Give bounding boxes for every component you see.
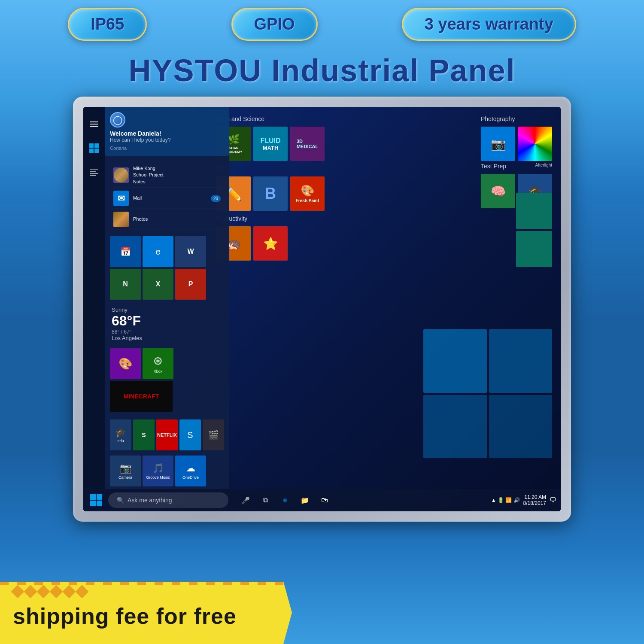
fresh-paint-tile[interactable]: 🎨 Fresh Paint [290, 176, 325, 211]
taskbar-center-icons: 🎤 ⧉ e 📁 🛍 [237, 492, 333, 509]
taskbar: 🔍 Ask me anything 🎤 ⧉ e 📁 🛍 ▲ 🔋 📶 🔊 11:2… [83, 489, 561, 511]
bottom-apps2: 📷 Camera 🎵 Groove Music ☁ OneDrive [105, 453, 229, 489]
taskbar-time: 11:20 AM 8/18/2017 [523, 494, 546, 506]
more-apps: 🎨 ⊛Xbox MINECRAFT [105, 346, 229, 414]
cortana-icon: ◯ [110, 112, 125, 128]
windows-screen: ◯ Welcome Daniela! How can I help you to… [83, 107, 561, 511]
recent-item-mail[interactable]: ✉ Mail 20 [112, 188, 222, 209]
taskbar-right: ▲ 🔋 📶 🔊 11:20 AM 8/18/2017 🗨 [491, 494, 556, 506]
netflix-tile[interactable]: NETFLIX [156, 419, 178, 450]
bottom-apps: 🎓edu S NETFLIX S 🎬 [105, 417, 229, 453]
taskbar-notification[interactable]: 🗨 [550, 496, 556, 504]
windows-logo [90, 494, 102, 506]
gpio-badge: GPIO [231, 8, 318, 41]
teal-tile2[interactable] [516, 231, 552, 267]
main-title: HYSTOU Industrial Panel [0, 53, 644, 88]
productivity-tile2[interactable]: ⭐ [253, 226, 288, 261]
photography-label: Photography [481, 115, 552, 122]
diamond-6 [75, 585, 88, 598]
welcome-sub: How can I help you today? [110, 137, 224, 143]
win-q1[interactable] [423, 329, 487, 393]
ip65-badge: IP65 [68, 8, 147, 41]
cortana-box: ◯ Welcome Daniela! How can I help you to… [105, 107, 229, 156]
onenote-tile[interactable]: N [110, 269, 141, 300]
powerpoint-tile[interactable]: P [175, 269, 206, 300]
taskbar-start-button[interactable] [88, 492, 105, 509]
taskbar-store[interactable]: 🛍 [316, 492, 333, 509]
weather-box: Sunny 68°F 88° / 67° Los Angeles [105, 302, 229, 346]
test-prep-label: Test Prep [481, 163, 552, 170]
3d-medical-tile[interactable]: 3DMEDICAL [290, 127, 325, 161]
diamond-1 [11, 585, 24, 598]
weather-temp: 68°F [112, 313, 222, 329]
excel-tile[interactable]: X [143, 269, 173, 300]
minecraft-tile[interactable]: MINECRAFT [110, 381, 173, 412]
badges-row: IP65 GPIO 3 years warranty [0, 0, 644, 49]
win-q2[interactable] [489, 329, 553, 393]
skype-tile[interactable]: S [133, 419, 155, 450]
weather-condition: Sunny [112, 307, 222, 313]
picsart-tile[interactable]: 🎨 [110, 348, 141, 379]
productivity-category: Productivity 🦔 ⭐ [216, 215, 552, 261]
mail-text: Mail [133, 195, 142, 201]
shipping-banner: shipping fee for free [0, 582, 283, 644]
diamond-2 [24, 585, 37, 598]
art-b-tile[interactable]: B [253, 176, 288, 211]
welcome-text: Welcome Daniela! [110, 130, 224, 137]
xbox-tile[interactable]: ⊛Xbox [143, 348, 173, 379]
edge-tile[interactable]: e [143, 236, 173, 267]
calendar-tile[interactable]: 📅 [110, 236, 141, 267]
weather-city: Los Angeles [112, 335, 222, 341]
diamonds-row [13, 587, 87, 596]
fluid-math-tile[interactable]: FLUID MATH [253, 127, 288, 161]
search-placeholder: Ask me anything [128, 497, 172, 504]
mike-text: Mike KongSchool ProjectNotes [133, 165, 164, 185]
sidebar-apps [83, 107, 105, 489]
recent-items: Mike KongSchool ProjectNotes ✉ Mail 20 P… [105, 159, 229, 234]
mike-icon [113, 167, 129, 183]
recent-item-mike[interactable]: Mike KongSchool ProjectNotes [112, 163, 222, 188]
word-tile[interactable]: W [175, 236, 206, 267]
small-apps-row: 📅 e W N X P [105, 234, 229, 302]
shipping-text: shipping fee for free [13, 603, 237, 629]
sidebar-hamburger[interactable] [85, 115, 103, 133]
cortana-label: Cortana [110, 146, 224, 151]
win-q4[interactable] [489, 395, 553, 459]
teal-tile1[interactable] [516, 193, 552, 229]
productivity-tiles: 🦔 ⭐ [216, 226, 552, 261]
diamond-3 [36, 585, 50, 598]
taskbar-folder[interactable]: 📁 [296, 492, 313, 509]
start-menu: ◯ Welcome Daniela! How can I help you to… [105, 107, 229, 489]
skype2-tile[interactable]: S [179, 419, 201, 450]
taskbar-search-box[interactable]: 🔍 Ask me anything [108, 492, 228, 508]
taskbar-edge[interactable]: e [276, 492, 294, 509]
recent-item-photos[interactable]: Photos [112, 209, 222, 230]
win-q3[interactable] [423, 395, 487, 459]
onedrive-tile[interactable]: ☁ OneDrive [175, 456, 206, 486]
film-tile[interactable]: 🎬 [203, 419, 224, 450]
photos-text: Photos [133, 216, 148, 222]
warranty-badge: 3 years warranty [402, 8, 576, 41]
sidebar-list[interactable] [85, 164, 103, 181]
tiles-section: Math and Science 🌿 KHANACADEMY FLUID MAT… [208, 107, 561, 489]
device-screen: ◯ Welcome Daniela! How can I help you to… [83, 107, 561, 511]
camera-tile[interactable]: 📷 Camera [110, 456, 141, 486]
weather-range: 88° / 67° [112, 329, 222, 335]
photos-icon [113, 212, 129, 227]
groove-tile[interactable]: 🎵 Groove Music [143, 456, 173, 486]
taskbar-microphone[interactable]: 🎤 [237, 492, 254, 509]
mail-badge: 20 [211, 195, 221, 202]
test-prep-brain-tile[interactable]: 🧠 [481, 174, 515, 208]
teal-tiles [516, 193, 552, 267]
education-tile[interactable]: 🎓edu [110, 419, 131, 450]
diamond-5 [62, 585, 76, 598]
taskbar-system-icons: ▲ 🔋 📶 🔊 [491, 497, 520, 503]
taskbar-task-view[interactable]: ⧉ [257, 492, 274, 509]
sidebar-start[interactable] [85, 140, 103, 157]
diamond-4 [49, 585, 63, 598]
device-frame: ◯ Welcome Daniela! How can I help you to… [73, 97, 571, 522]
windows-logo-tiles [415, 321, 561, 467]
mail-icon: ✉ [113, 191, 129, 206]
